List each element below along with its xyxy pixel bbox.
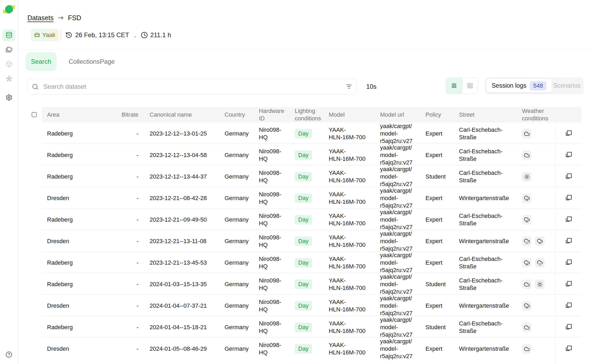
cloud-rain-icon bbox=[524, 217, 530, 223]
table-row[interactable]: Radeberg - 2023-12-21--09-49-50 Germany … bbox=[42, 209, 581, 230]
cell-canonical-name: 2024-01-04--07-37-21 bbox=[144, 302, 219, 310]
table-row[interactable]: Radeberg - 2023-12-12--13-04-58 Germany … bbox=[42, 144, 581, 166]
copy-button[interactable] bbox=[555, 194, 581, 202]
sidebar bbox=[0, 0, 18, 364]
datasets-table: Area Bitrate Canonical name Country Hard… bbox=[42, 107, 581, 359]
cell-country: Germany bbox=[219, 173, 254, 180]
box-icon[interactable] bbox=[6, 61, 12, 67]
cell-weather bbox=[517, 193, 555, 203]
weather-chip bbox=[522, 323, 532, 332]
cell-policy: Expert bbox=[420, 151, 454, 159]
vehicle-badge[interactable]: Yaak bbox=[31, 29, 59, 41]
copy-button[interactable] bbox=[555, 130, 581, 137]
col-header-model-url[interactable]: Model url bbox=[375, 111, 420, 118]
cell-policy: Student bbox=[420, 173, 454, 180]
copy-button[interactable] bbox=[555, 302, 581, 310]
cell-lighting: Day bbox=[289, 258, 323, 268]
table-header-row: Area Bitrate Canonical name Country Hard… bbox=[42, 107, 581, 122]
cloud-icon bbox=[524, 324, 530, 331]
cell-street: Carl-Eschebach-Straße bbox=[454, 169, 517, 184]
select-all-checkbox[interactable] bbox=[32, 112, 37, 117]
cell-area: Dresden bbox=[42, 238, 117, 245]
breadcrumb-datasets-link[interactable]: Datasets bbox=[27, 14, 54, 22]
session-logs-button[interactable]: Session logs 548 bbox=[486, 79, 552, 92]
lighting-badge: Day bbox=[295, 215, 312, 225]
table-row[interactable]: Radeberg - 2023-12-12--13-44-37 Germany … bbox=[42, 166, 581, 187]
copy-icon bbox=[565, 194, 572, 202]
weather-chip bbox=[522, 236, 532, 246]
copy-button[interactable] bbox=[555, 151, 581, 159]
cloud-rain-icon bbox=[524, 260, 530, 266]
cell-country: Germany bbox=[219, 130, 254, 137]
weather-chip bbox=[522, 215, 532, 225]
cell-model-url: yaak/cargpt/model-r5ajq2ru:v27 bbox=[375, 187, 420, 209]
copy-button[interactable] bbox=[555, 259, 581, 266]
col-header-lighting-conditions[interactable]: Lighting conditions bbox=[289, 107, 323, 122]
col-header-model[interactable]: Model bbox=[323, 111, 375, 118]
search-icon bbox=[32, 83, 39, 90]
cell-bitrate: - bbox=[117, 151, 144, 159]
table-row[interactable]: Radeberg - 2023-12-12--13-01-25 Germany … bbox=[42, 122, 581, 144]
cell-bitrate: - bbox=[117, 238, 144, 245]
col-header-policy[interactable]: Policy bbox=[420, 111, 454, 118]
cell-street: Carl-Eschebach-Straße bbox=[454, 212, 517, 227]
vehicle-badge-label: Yaak bbox=[42, 32, 56, 39]
cell-model-url: yaak/cargpt/model-r5ajq2ru:v27 bbox=[375, 144, 420, 166]
copy-button[interactable] bbox=[555, 324, 581, 331]
weather-chip bbox=[522, 258, 532, 268]
folders-icon[interactable] bbox=[6, 46, 12, 53]
cell-lighting: Day bbox=[289, 301, 323, 311]
cell-lighting: Day bbox=[289, 172, 323, 181]
workflow-icon[interactable] bbox=[6, 75, 12, 82]
col-header-street[interactable]: Street bbox=[454, 111, 517, 118]
col-header-hardware-id[interactable]: Hardware ID bbox=[254, 107, 289, 122]
table-row[interactable]: Dresden - 2024-01-04--07-37-21 Germany N… bbox=[42, 295, 581, 316]
cell-policy: Expert bbox=[420, 238, 454, 245]
cell-hardware-id: Niro098-HQ bbox=[254, 191, 289, 206]
cell-model-url: yaak/cargpt/model-r5ajq2ru:v27 bbox=[375, 166, 420, 188]
col-header-weather-conditions[interactable]: Weather conditions bbox=[517, 107, 555, 122]
table-row[interactable]: Dresden - 2023-12-21--08-42-28 Germany N… bbox=[42, 187, 581, 209]
col-header-bitrate[interactable]: Bitrate bbox=[117, 111, 144, 118]
cell-hardware-id: Niro098-HQ bbox=[254, 255, 289, 270]
cell-country: Germany bbox=[219, 345, 254, 353]
cell-canonical-name: 2023-12-21--09-49-50 bbox=[144, 216, 219, 223]
list-view-button[interactable] bbox=[446, 78, 462, 94]
cell-area: Dresden bbox=[42, 194, 117, 202]
cell-bitrate: - bbox=[117, 302, 144, 310]
tab-search[interactable]: Search bbox=[26, 52, 57, 71]
copy-button[interactable] bbox=[555, 281, 581, 288]
database-icon[interactable] bbox=[6, 32, 12, 39]
cell-model-url: yaak/cargpt/model-r5ajq2ru:v27 bbox=[375, 316, 420, 338]
cloud-icon bbox=[524, 281, 530, 287]
cell-area: Radeberg bbox=[42, 281, 117, 288]
cell-hardware-id: Niro098-HQ bbox=[254, 277, 289, 292]
copy-button[interactable] bbox=[555, 173, 581, 180]
settings-icon[interactable] bbox=[6, 94, 12, 101]
help-icon[interactable] bbox=[6, 351, 12, 358]
interval-value: 10s bbox=[366, 79, 377, 95]
col-header-country[interactable]: Country bbox=[219, 111, 254, 118]
search-input[interactable] bbox=[43, 83, 345, 90]
copy-button[interactable] bbox=[555, 345, 581, 353]
filter-icon[interactable] bbox=[345, 83, 352, 90]
scenarios-button[interactable]: Scenarios bbox=[552, 82, 582, 89]
cell-canonical-name: 2023-12-12--13-01-25 bbox=[144, 130, 219, 137]
col-header-canonical-name[interactable]: Canonical name bbox=[144, 111, 219, 118]
table-row[interactable]: Radeberg - 2024-01-04--15-18-21 Germany … bbox=[42, 316, 581, 338]
table-row[interactable]: Radeberg - 2023-12-21--13-45-53 Germany … bbox=[42, 252, 581, 273]
cell-country: Germany bbox=[219, 194, 254, 202]
table-row[interactable]: Dresden - 2024-01-05--08-46-29 Germany N… bbox=[42, 338, 581, 359]
table-row[interactable]: Dresden - 2023-12-21--13-11-08 Germany N… bbox=[42, 230, 581, 252]
table-row[interactable]: Radeberg - 2024-01-03--15-13-35 Germany … bbox=[42, 273, 581, 295]
copy-button[interactable] bbox=[555, 216, 581, 223]
col-header-area[interactable]: Area bbox=[42, 111, 117, 118]
cell-canonical-name: 2024-01-04--15-18-21 bbox=[144, 324, 219, 331]
weather-chip bbox=[522, 150, 532, 160]
history-icon bbox=[65, 32, 72, 39]
copy-button[interactable] bbox=[555, 238, 581, 245]
cell-canonical-name: 2024-01-05--08-46-29 bbox=[144, 345, 219, 353]
grid-view-button[interactable] bbox=[462, 78, 478, 94]
tab-collections-page[interactable]: CollectionsPage bbox=[64, 52, 120, 71]
cell-model: YAAK-HLN-16M-700 bbox=[323, 169, 375, 184]
